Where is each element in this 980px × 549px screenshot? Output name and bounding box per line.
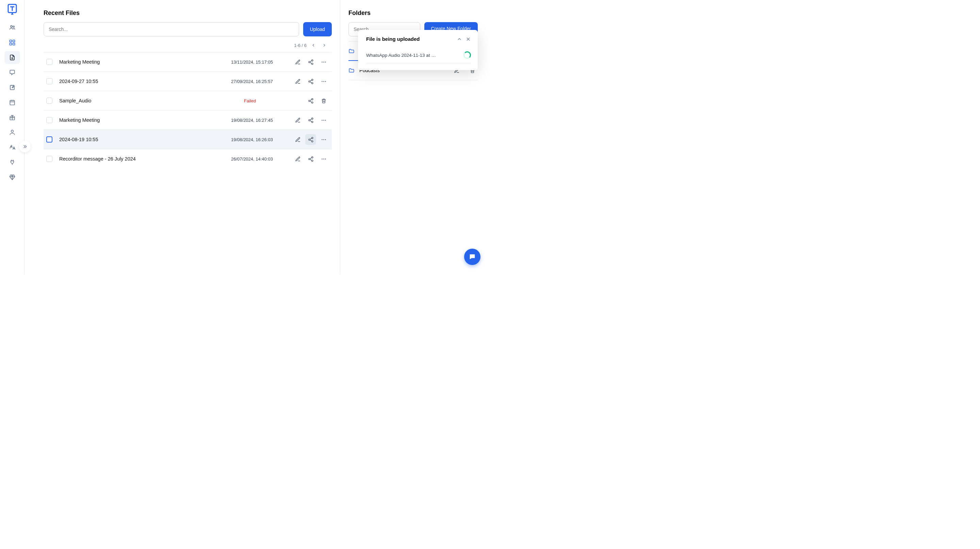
pagination: 1-6 / 6: [43, 41, 332, 49]
share-icon[interactable]: [305, 57, 316, 67]
file-checkbox[interactable]: [46, 98, 52, 104]
file-row[interactable]: 2024-09-27 10:55 27/09/2024, 16:25:57: [43, 71, 332, 91]
file-status-failed: Failed: [244, 98, 305, 103]
svg-point-17: [309, 81, 310, 82]
sidebar: [0, 0, 24, 274]
svg-point-28: [321, 120, 323, 121]
file-name: Marketing Meeting: [59, 59, 231, 65]
svg-point-19: [321, 81, 323, 82]
more-icon[interactable]: [318, 57, 329, 67]
file-checkbox[interactable]: [46, 156, 52, 162]
file-checkbox[interactable]: [46, 59, 52, 65]
sidebar-item-notes[interactable]: [5, 81, 20, 94]
sidebar-item-calendar[interactable]: [5, 96, 20, 109]
more-icon[interactable]: [318, 153, 329, 164]
svg-point-2: [13, 26, 14, 27]
files-list: Marketing Meeting 13/11/2024, 15:17:05 2…: [43, 52, 332, 168]
svg-point-15: [325, 62, 326, 63]
svg-point-10: [311, 60, 313, 61]
file-checkbox[interactable]: [46, 117, 52, 123]
folder-icon: [348, 67, 355, 73]
folder-icon: [348, 48, 355, 54]
file-date: 19/08/2024, 16:26:03: [231, 137, 292, 142]
svg-rect-6: [13, 43, 14, 45]
share-icon[interactable]: [305, 115, 316, 125]
upload-toast-title: File is being uploaded: [366, 36, 420, 42]
svg-rect-4: [13, 40, 14, 42]
app-logo: [8, 3, 17, 16]
share-icon[interactable]: [305, 153, 316, 164]
share-icon[interactable]: [305, 76, 316, 87]
sidebar-item-files[interactable]: [5, 51, 20, 64]
upload-toast-collapse-button[interactable]: [457, 36, 462, 42]
upload-toast-close-button[interactable]: [466, 36, 471, 42]
svg-point-30: [325, 120, 326, 121]
svg-point-31: [311, 137, 313, 138]
file-name: 2024-08-19 10:55: [59, 137, 231, 142]
file-date: 13/11/2024, 15:17:05: [231, 60, 292, 65]
svg-point-27: [311, 121, 313, 122]
file-name: Sample_Audio: [59, 98, 244, 103]
file-date: 26/07/2024, 14:40:03: [231, 157, 292, 162]
svg-rect-7: [10, 100, 14, 105]
svg-point-25: [311, 118, 313, 119]
file-row[interactable]: Marketing Meeting 13/11/2024, 15:17:05: [43, 52, 332, 71]
sidebar-item-premium[interactable]: [5, 171, 20, 184]
svg-point-18: [311, 83, 313, 84]
svg-point-41: [323, 159, 324, 160]
more-icon[interactable]: [318, 76, 329, 87]
file-row[interactable]: 2024-08-19 10:55 19/08/2024, 16:26:03: [43, 130, 332, 149]
file-row[interactable]: Recorditor message - 26 July 2024 26/07/…: [43, 149, 332, 168]
file-date: 19/08/2024, 16:27:45: [231, 118, 292, 123]
svg-point-34: [321, 139, 323, 140]
sidebar-item-gifts[interactable]: [5, 111, 20, 124]
edit-icon[interactable]: [292, 134, 303, 145]
upload-toast-filename: WhatsApp Audio 2024-11-13 at 3…: [366, 53, 438, 58]
svg-point-36: [325, 139, 326, 140]
file-name: 2024-09-27 10:55: [59, 79, 231, 84]
edit-icon[interactable]: [292, 57, 303, 67]
svg-point-24: [311, 102, 313, 103]
svg-point-39: [311, 160, 313, 161]
svg-point-11: [309, 61, 310, 63]
delete-icon[interactable]: [318, 95, 329, 106]
file-name: Marketing Meeting: [59, 117, 231, 123]
svg-point-35: [323, 139, 324, 140]
sidebar-item-dashboard[interactable]: [5, 36, 20, 49]
svg-point-20: [323, 81, 324, 82]
sidebar-item-translate[interactable]: [5, 141, 20, 154]
svg-point-40: [321, 159, 323, 160]
file-row[interactable]: Marketing Meeting 19/08/2024, 16:27:45: [43, 110, 332, 130]
svg-point-23: [309, 100, 310, 102]
folders-title: Folders: [348, 10, 478, 17]
sidebar-item-plugin[interactable]: [5, 156, 20, 169]
more-icon[interactable]: [318, 115, 329, 125]
svg-point-16: [311, 79, 313, 80]
svg-point-9: [11, 130, 13, 132]
file-checkbox[interactable]: [46, 136, 52, 143]
svg-point-42: [325, 159, 326, 160]
upload-spinner-icon: [463, 51, 471, 59]
edit-icon[interactable]: [292, 115, 303, 125]
edit-icon[interactable]: [292, 76, 303, 87]
files-search-input[interactable]: [43, 22, 299, 36]
share-icon[interactable]: [305, 95, 316, 106]
chat-fab-button[interactable]: [464, 249, 480, 265]
pagination-next[interactable]: [320, 41, 328, 49]
more-icon[interactable]: [318, 134, 329, 145]
sidebar-item-people[interactable]: [5, 21, 20, 34]
upload-button[interactable]: Upload: [303, 22, 332, 36]
upload-toast: File is being uploaded WhatsApp Audio 20…: [358, 30, 478, 70]
edit-icon[interactable]: [292, 153, 303, 164]
sidebar-item-profile[interactable]: [5, 126, 20, 139]
svg-point-37: [311, 157, 313, 158]
share-icon[interactable]: [305, 134, 316, 145]
file-checkbox[interactable]: [46, 78, 52, 84]
svg-point-26: [309, 119, 310, 121]
file-row[interactable]: Sample_Audio Failed: [43, 91, 332, 110]
sidebar-expand-button[interactable]: [19, 141, 30, 152]
pagination-prev[interactable]: [309, 41, 318, 49]
svg-point-21: [325, 81, 326, 82]
sidebar-item-chat[interactable]: [5, 66, 20, 79]
svg-point-14: [323, 62, 324, 63]
